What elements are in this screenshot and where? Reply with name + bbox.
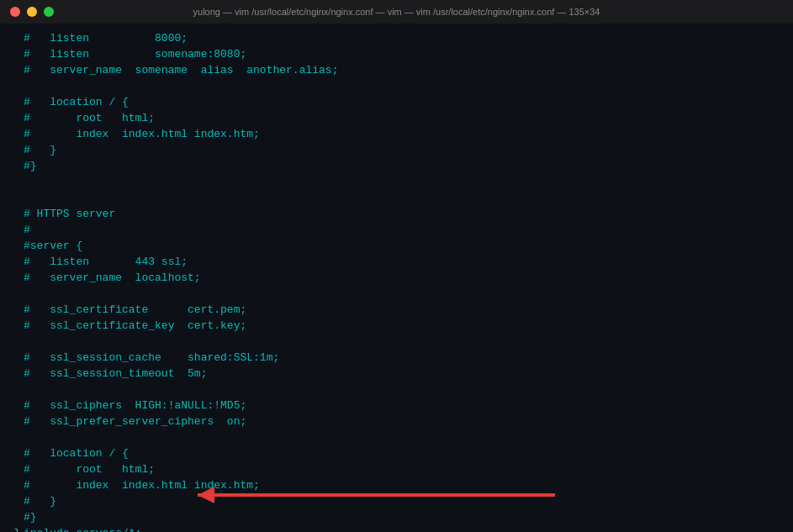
code-line: # root html; (0, 110, 793, 126)
active-code-line: } include servers/*; (0, 525, 793, 532)
code-line (0, 382, 793, 398)
line-content: # location / { (24, 445, 129, 461)
code-line: # } (0, 142, 793, 158)
code-line: # } (0, 493, 793, 509)
line-content: # listen 443 ssl; (24, 254, 188, 270)
code-line: # ssl_session_timeout 5m; (0, 366, 793, 382)
line-content: # HTTPS server (24, 206, 115, 222)
code-line: # root html; (0, 461, 793, 477)
code-line: # (0, 222, 793, 238)
traffic-lights (10, 7, 54, 17)
code-line: # ssl_prefer_server_ciphers on; (0, 413, 793, 429)
line-content: # server_name localhost; (24, 270, 201, 286)
minimize-button[interactable] (27, 7, 37, 17)
code-line: #} (0, 158, 793, 174)
line-content: # index index.html index.htm; (24, 477, 260, 493)
code-line: # index index.html index.htm; (0, 126, 793, 142)
close-button[interactable] (10, 7, 20, 17)
line-content: # listen somename:8080; (24, 46, 246, 62)
code-area[interactable]: # listen 8000; # listen somename:8080; #… (0, 30, 793, 525)
code-line: # ssl_session_cache shared:SSL:1m; (0, 350, 793, 366)
line-content: # location / { (24, 94, 129, 110)
line-gutter-active: } (7, 526, 24, 532)
code-line: # listen 8000; (0, 30, 793, 46)
code-line: # ssl_ciphers HIGH:!aNULL:!MD5; (0, 398, 793, 413)
line-content: # ssl_certificate cert.pem; (24, 302, 246, 318)
line-content: # } (24, 493, 56, 509)
code-line: # ssl_certificate_key cert.key; (0, 318, 793, 334)
line-content: # ssl_prefer_server_ciphers on; (24, 413, 246, 429)
code-line: # server_name somename alias another.ali… (0, 62, 793, 78)
code-line (0, 334, 793, 350)
line-content: # listen 8000; (24, 30, 188, 46)
line-content: # ssl_session_cache shared:SSL:1m; (24, 350, 279, 366)
line-content: #server { (24, 238, 82, 254)
code-line: # index index.html index.htm; (0, 477, 793, 493)
code-line: # listen 443 ssl; (0, 254, 793, 270)
line-content: #} (24, 158, 37, 174)
line-content: # } (24, 142, 56, 158)
include-line: include servers/*; (24, 525, 141, 532)
line-content: # (24, 222, 30, 238)
maximize-button[interactable] (44, 7, 54, 17)
line-content: # index index.html index.htm; (24, 126, 260, 142)
line-content: # server_name somename alias another.ali… (24, 62, 338, 78)
line-content: # root html; (24, 461, 155, 477)
code-line: # location / { (0, 94, 793, 110)
line-content: #} (24, 509, 37, 525)
line-content: # ssl_certificate_key cert.key; (24, 318, 246, 334)
code-line (0, 190, 793, 206)
window-title: yulong — vim /usr/local/etc/nginx/nginx.… (193, 7, 600, 17)
line-content: # root html; (24, 110, 155, 126)
code-line (0, 429, 793, 445)
line-content: # ssl_ciphers HIGH:!aNULL:!MD5; (24, 398, 246, 413)
title-bar: yulong — vim /usr/local/etc/nginx/nginx.… (0, 0, 793, 24)
code-line: # server_name localhost; (0, 270, 793, 286)
code-line (0, 286, 793, 302)
code-line: # location / { (0, 445, 793, 461)
code-line: #server { (0, 238, 793, 254)
code-line (0, 78, 793, 94)
editor-content: # listen 8000; # listen somename:8080; #… (0, 24, 793, 532)
code-line: # HTTPS server (0, 206, 793, 222)
line-content: # ssl_session_timeout 5m; (24, 366, 207, 382)
code-line: # ssl_certificate cert.pem; (0, 302, 793, 318)
terminal-window: yulong — vim /usr/local/etc/nginx/nginx.… (0, 0, 793, 532)
code-line: # listen somename:8080; (0, 46, 793, 62)
code-line: #} (0, 509, 793, 525)
code-line (0, 174, 793, 190)
